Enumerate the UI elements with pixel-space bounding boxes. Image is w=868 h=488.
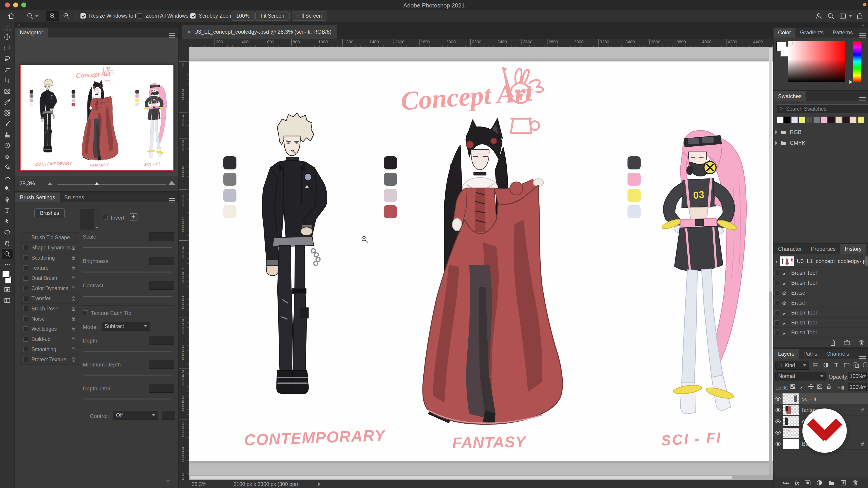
lock-artboard-icon[interactable] — [817, 384, 823, 390]
history-step[interactable]: Eraser — [774, 288, 868, 298]
toolbar-tool[interactable] — [2, 108, 13, 118]
setting-checkbox[interactable] — [23, 255, 28, 260]
collapse-panels-icon[interactable]: « — [14, 22, 179, 28]
quick-mask-icon[interactable] — [2, 285, 13, 295]
control-extra-value[interactable] — [162, 411, 175, 420]
toolbar-tool[interactable] — [2, 119, 13, 129]
swatch[interactable] — [813, 117, 820, 123]
toolbar-tool[interactable] — [2, 32, 13, 42]
history-step-checkbox[interactable] — [774, 271, 779, 275]
filter-adjustment-icon[interactable] — [823, 362, 829, 368]
layer-thumbnail[interactable] — [783, 394, 799, 404]
visibility-eye-icon[interactable] — [775, 418, 781, 424]
tab-character[interactable]: Character — [774, 244, 806, 254]
toolbar-tool[interactable] — [2, 43, 13, 53]
tab-channels[interactable]: Channels — [822, 349, 854, 359]
filter-toggle-icon[interactable] — [862, 362, 868, 368]
vertical-scrollbar[interactable] — [769, 47, 772, 475]
zoom-tool-preset-icon[interactable] — [27, 12, 33, 19]
document-tab[interactable]: × U3_L1_concept_cooledgy-.psd @ 28,3% (s… — [182, 25, 337, 39]
history-step-checkbox[interactable] — [774, 320, 779, 325]
setting-checkbox[interactable] — [23, 347, 28, 352]
swatch[interactable] — [843, 117, 849, 123]
setting-checkbox[interactable] — [23, 357, 28, 362]
visibility-eye-icon[interactable] — [775, 407, 781, 413]
toolbar-tool[interactable] — [2, 75, 13, 86]
lock-transparent-icon[interactable] — [790, 384, 796, 390]
scale-value[interactable] — [149, 232, 174, 241]
background-color-chip[interactable] — [5, 277, 12, 284]
panel-menu-icon[interactable] — [860, 355, 866, 359]
panel-menu-icon[interactable] — [860, 97, 866, 101]
toolbar-tool[interactable] — [2, 216, 13, 227]
panel-menu-icon[interactable] — [860, 33, 866, 37]
account-icon[interactable] — [815, 12, 822, 20]
setting-checkbox[interactable] — [23, 245, 28, 250]
filter-image-icon[interactable] — [812, 362, 819, 368]
opacity-dropdown[interactable]: 100% — [848, 372, 867, 381]
navigator-zoom-slider-thumb[interactable] — [94, 182, 99, 185]
status-chevron-icon[interactable] — [318, 482, 320, 486]
fit-screen-button[interactable]: Fit Screen — [255, 11, 289, 21]
history-step[interactable]: Brush Tool — [774, 328, 868, 337]
collapse-panels-icon[interactable]: » — [773, 22, 868, 28]
tab-layers[interactable]: Layers — [774, 349, 799, 359]
color-field[interactable] — [788, 41, 845, 82]
collapse-tools-icon[interactable]: » — [0, 22, 14, 29]
hue-strip[interactable] — [853, 41, 861, 82]
preview-chevron-icon[interactable] — [96, 227, 99, 228]
swatch[interactable] — [858, 117, 864, 123]
minimum-depth-value[interactable] — [149, 360, 174, 369]
swatch[interactable] — [799, 117, 805, 123]
foreground-color-chip[interactable] — [3, 271, 9, 278]
toolbar-tool[interactable] — [2, 97, 13, 107]
toolbar-tool[interactable] — [2, 195, 13, 205]
workspace-chevron-icon[interactable] — [849, 15, 852, 17]
setting-checkbox[interactable] — [23, 316, 28, 321]
brush-setting-row[interactable]: Shape Dynamics — [20, 242, 79, 253]
share-icon[interactable] — [856, 12, 864, 20]
texture-each-tip-checkbox[interactable] — [83, 311, 88, 315]
lock-icon[interactable] — [71, 326, 76, 332]
horizontal-scrollbar[interactable] — [189, 475, 773, 480]
vertical-scrollbar-thumb[interactable] — [769, 48, 772, 292]
toolbar-tool[interactable] — [2, 54, 13, 64]
brush-setting-row[interactable]: Dual Brush — [20, 273, 79, 283]
panel-resize-icon[interactable] — [165, 480, 171, 486]
new-layer-icon[interactable] — [840, 480, 847, 486]
swatch[interactable] — [821, 117, 827, 123]
brush-setting-row[interactable]: Brush Pose — [20, 304, 79, 314]
status-zoom-value[interactable]: 28,3% — [192, 481, 206, 487]
filter-shape-icon[interactable] — [844, 362, 850, 368]
color-field-marker[interactable] — [788, 41, 793, 45]
brush-setting-row[interactable]: Protect Texture — [20, 355, 79, 365]
lock-icon[interactable] — [71, 265, 76, 271]
lock-icon[interactable] — [71, 275, 76, 281]
brush-setting-row[interactable]: Wet Edges — [20, 324, 79, 334]
swatch[interactable] — [835, 117, 842, 123]
navigator-preview[interactable] — [16, 37, 178, 176]
swatch-search-input[interactable] — [785, 106, 867, 112]
brush-setting-row[interactable]: Texture — [20, 263, 79, 273]
tab-gradients[interactable]: Gradients — [796, 28, 828, 37]
swatch[interactable] — [806, 117, 812, 123]
swatch[interactable] — [784, 117, 790, 123]
workspace-icon[interactable] — [839, 12, 846, 20]
toolbar-tool[interactable] — [2, 140, 13, 151]
fill-dropdown[interactable]: 100% — [848, 383, 867, 391]
lock-all-icon[interactable] — [826, 384, 832, 390]
new-document-from-state-icon[interactable] — [829, 339, 836, 346]
tab-paths[interactable]: Paths — [799, 349, 822, 359]
scale-slider[interactable] — [83, 247, 172, 248]
toolbar-tool[interactable] — [2, 86, 13, 96]
history-step[interactable]: Brush Tool — [774, 278, 868, 288]
history-step[interactable]: Brush Tool — [774, 318, 868, 328]
layer-thumbnail[interactable] — [783, 439, 799, 449]
toolbar-tool[interactable] — [2, 249, 13, 259]
link-layers-icon[interactable] — [783, 480, 789, 486]
lock-icon[interactable] — [71, 286, 76, 291]
tool-preset-chevron-icon[interactable] — [35, 15, 38, 17]
lock-icon[interactable] — [71, 255, 76, 260]
horizontal-scrollbar-thumb[interactable] — [190, 476, 733, 480]
history-step-checkbox[interactable] — [774, 330, 779, 335]
